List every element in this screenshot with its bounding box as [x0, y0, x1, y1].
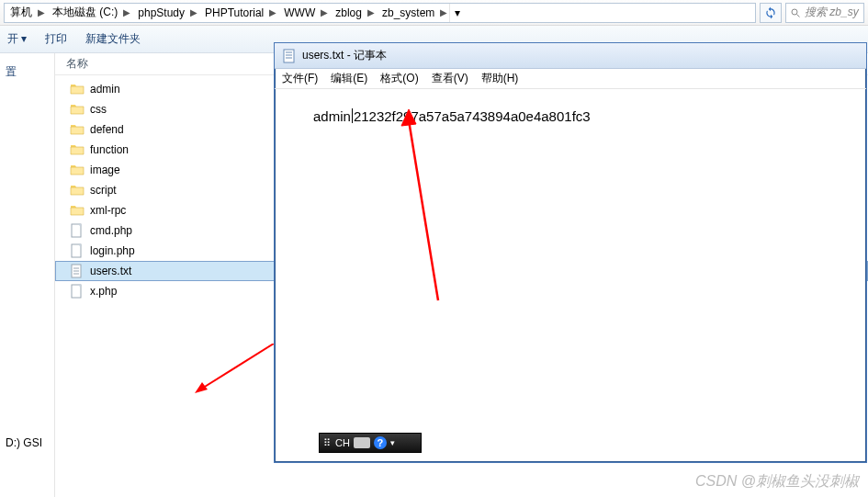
- txt-icon: [70, 264, 85, 278]
- breadcrumb-item[interactable]: phpStudy: [132, 4, 188, 22]
- breadcrumb-item[interactable]: zb_system: [377, 4, 438, 22]
- file-name: css: [90, 103, 107, 116]
- folder-icon: [70, 163, 85, 177]
- chevron-right-icon: ▶: [319, 7, 330, 17]
- annotation-arrow-icon: [191, 344, 283, 399]
- folder-icon: [70, 102, 85, 117]
- annotation-arrow-icon: [394, 107, 449, 310]
- keyboard-icon[interactable]: [354, 437, 370, 448]
- notepad-content[interactable]: admin21232f297a57a5a743894a0e4a801fc3 ⠿ …: [275, 89, 866, 462]
- svg-point-0: [792, 9, 797, 15]
- notepad-titlebar[interactable]: users.txt - 记事本: [275, 43, 866, 69]
- file-name: admin: [90, 83, 120, 96]
- chevron-right-icon: ▶: [438, 7, 449, 17]
- svg-line-18: [409, 120, 438, 300]
- chevron-right-icon: ▶: [188, 7, 199, 17]
- breadcrumb-item[interactable]: 算机: [5, 4, 36, 22]
- text-cursor: [352, 108, 353, 123]
- file-name: x.php: [90, 285, 117, 298]
- breadcrumb-item[interactable]: 本地磁盘 (C:): [47, 4, 121, 22]
- svg-line-12: [200, 344, 274, 390]
- refresh-button[interactable]: [760, 3, 782, 23]
- content-user: admin: [313, 108, 351, 124]
- breadcrumb: 算机▶本地磁盘 (C:)▶phpStudy▶PHPTutorial▶WWW▶zb…: [4, 3, 756, 23]
- help-icon[interactable]: ?: [374, 436, 387, 449]
- drive-label[interactable]: D:) GSI: [0, 433, 54, 453]
- new-folder-button[interactable]: 新建文件夹: [85, 31, 141, 47]
- menu-item[interactable]: 编辑(E): [331, 71, 367, 86]
- ime-toolbar[interactable]: ⠿ CH ? ▾: [319, 433, 422, 453]
- file-name: script: [90, 184, 117, 197]
- ime-lang-label: CH: [335, 437, 350, 448]
- php-icon: [70, 243, 85, 258]
- notepad-icon: [282, 49, 297, 63]
- svg-rect-14: [284, 50, 294, 62]
- file-name: defend: [90, 123, 124, 136]
- chevron-right-icon: ▶: [366, 7, 377, 17]
- menu-item[interactable]: 帮助(H): [481, 71, 519, 86]
- folder-icon: [70, 82, 85, 96]
- menu-item[interactable]: 文件(F): [282, 71, 318, 86]
- folder-icon: [70, 183, 85, 198]
- file-name: function: [90, 143, 129, 156]
- nav-pane: 置 D:) GSI: [0, 53, 55, 497]
- address-bar: 算机▶本地磁盘 (C:)▶phpStudy▶PHPTutorial▶WWW▶zb…: [0, 0, 868, 26]
- php-icon: [70, 223, 85, 238]
- chevron-right-icon: ▶: [121, 7, 132, 17]
- file-name: xml-rpc: [90, 204, 126, 217]
- php-icon: [70, 284, 85, 299]
- search-icon: [790, 7, 801, 18]
- folder-icon: [70, 142, 85, 157]
- svg-rect-2: [72, 224, 81, 237]
- svg-line-1: [797, 14, 800, 17]
- ime-chevron-icon[interactable]: ▾: [390, 438, 395, 447]
- file-name: cmd.php: [90, 224, 132, 237]
- ime-grip-icon: ⠿: [323, 437, 332, 449]
- breadcrumb-item[interactable]: WWW: [278, 4, 319, 22]
- folder-icon: [70, 122, 85, 137]
- svg-marker-13: [195, 382, 208, 393]
- folder-icon: [70, 203, 85, 218]
- svg-rect-10: [72, 285, 81, 298]
- open-button[interactable]: 开 ▾: [7, 31, 27, 47]
- print-button[interactable]: 打印: [45, 31, 67, 47]
- chevron-right-icon: ▶: [36, 7, 47, 17]
- chevron-right-icon: ▶: [267, 7, 278, 17]
- menu-item[interactable]: 格式(O): [380, 71, 418, 86]
- breadcrumb-dropdown[interactable]: ▾: [449, 4, 464, 22]
- search-input[interactable]: 搜索 zb_sy: [785, 3, 864, 23]
- file-name: users.txt: [90, 265, 131, 277]
- notepad-title: users.txt - 记事本: [302, 48, 387, 63]
- notepad-menubar: 文件(F)编辑(E)格式(O)查看(V)帮助(H): [275, 69, 866, 89]
- file-name: image: [90, 164, 120, 176]
- file-name: login.php: [90, 244, 135, 257]
- svg-rect-4: [72, 244, 81, 257]
- breadcrumb-item[interactable]: zblog: [330, 4, 366, 22]
- menu-item[interactable]: 查看(V): [432, 71, 468, 86]
- notepad-window: users.txt - 记事本 文件(F)编辑(E)格式(O)查看(V)帮助(H…: [274, 42, 867, 463]
- search-placeholder: 搜索 zb_sy: [805, 5, 859, 20]
- nav-header: 置: [0, 61, 54, 84]
- breadcrumb-item[interactable]: PHPTutorial: [199, 4, 267, 22]
- content-hash: 21232f297a57a5a743894a0e4a801fc3: [354, 108, 591, 124]
